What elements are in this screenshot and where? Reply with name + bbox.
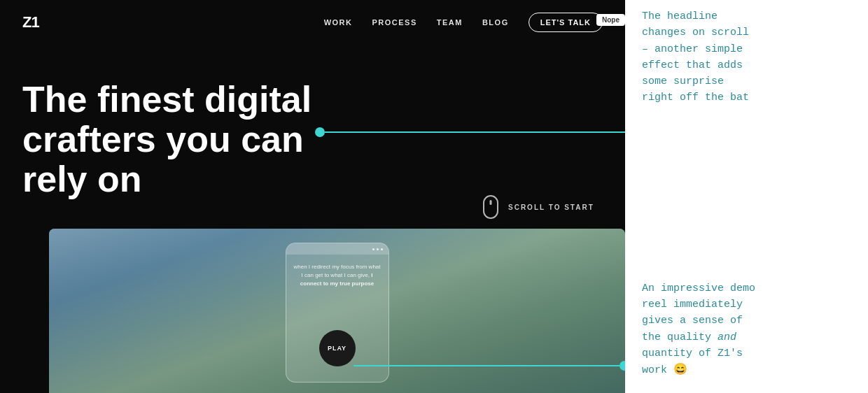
lets-talk-button[interactable]: LET'S TALK: [528, 13, 603, 32]
status-dot-2: [377, 248, 379, 250]
annotation-bottom: An impressive demoreel immediatelygives …: [642, 280, 851, 393]
mouse-icon: [483, 195, 498, 219]
phone-content: when I redirect my focus from what I can…: [286, 255, 388, 296]
status-dot-1: [372, 248, 374, 250]
connector-line-top: [325, 131, 625, 133]
logo: Z1: [22, 13, 39, 31]
nav-links: WORK PROCESS TEAM BLOG LET'S TALK: [324, 13, 603, 32]
emoji-icon: 😄: [673, 364, 687, 376]
scroll-text: SCROLL TO START: [508, 203, 594, 211]
website-panel: Nope Z1 WORK PROCESS TEAM BLOG LET'S TAL…: [0, 0, 625, 393]
annotation-headline-text: The headlinechanges on scroll– another s…: [642, 8, 851, 106]
annotation-top: The headlinechanges on scroll– another s…: [642, 0, 851, 106]
teal-dot-bottom: [620, 361, 625, 371]
nav-team[interactable]: TEAM: [437, 18, 463, 27]
scroll-indicator: SCROLL TO START: [483, 195, 594, 219]
status-dot-3: [381, 248, 383, 250]
annotation-demo-text: An impressive demoreel immediatelygives …: [642, 280, 851, 379]
hero-headline: The finest digital crafters you can rely…: [22, 80, 344, 200]
connector-line-bottom: [354, 365, 620, 366]
phone-status-bar: [286, 243, 388, 255]
nav-work[interactable]: WORK: [324, 18, 353, 27]
nav-process[interactable]: PROCESS: [372, 18, 416, 27]
phone-quote-normal: when I redirect my focus from what I can…: [293, 264, 380, 278]
dot-connector-bottom: [49, 361, 625, 371]
navigation: Z1 WORK PROCESS TEAM BLOG LET'S TALK: [0, 0, 625, 45]
annotation-panel: The headlinechanges on scroll– another s…: [625, 0, 868, 393]
phone-quote: when I redirect my focus from what I can…: [293, 263, 382, 288]
dot-connector-top: [315, 127, 625, 137]
nav-blog[interactable]: BLOG: [482, 18, 509, 27]
teal-dot-top: [315, 127, 325, 137]
hero-section: The finest digital crafters you can rely…: [0, 45, 625, 214]
demo-section: when I redirect my focus from what I can…: [49, 229, 625, 393]
